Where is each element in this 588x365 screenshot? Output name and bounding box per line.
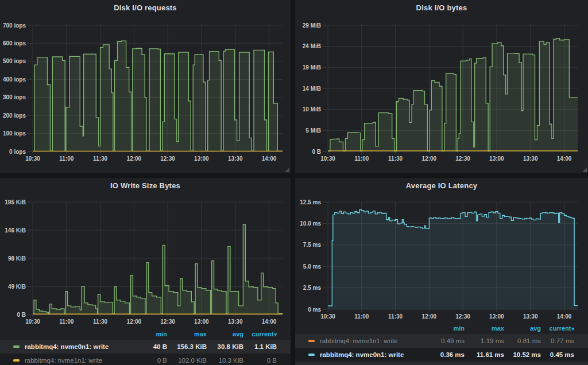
panel-header[interactable]: Average IO Latency (295, 178, 588, 193)
legend-sort-max[interactable]: max (465, 325, 504, 332)
legend-row: rabbitmq4: nvme1n1: write0 B102.0 KiB10.… (0, 354, 291, 365)
sort-desc-icon: ▾ (274, 332, 277, 337)
x-tick-label: 12:30 (160, 156, 175, 162)
panel-disk-io-bytes: Disk I/O bytes 0 B5 MiB10 MiB14 MiB19 Mi… (295, 0, 588, 173)
panel-title[interactable]: Average IO Latency (406, 181, 478, 190)
legend-value-max: 102.0 KiB (167, 357, 207, 364)
x-tick-label: 12:30 (455, 313, 470, 320)
y-tick-label: 100 iops (3, 130, 26, 137)
legend-value-current: 1.1 KiB (243, 343, 277, 350)
legend-value-current: 0.45 ms (541, 351, 574, 358)
legend-value-avg: 10.52 ms (504, 351, 541, 358)
legend-sort-avg[interactable]: avg (207, 331, 243, 337)
y-tick-label: 0 iops (9, 149, 26, 155)
panel-header[interactable]: Disk I/O requests (0, 0, 291, 15)
legend-sort-current[interactable]: current▾ (541, 325, 574, 332)
x-tick-label: 12:30 (160, 319, 175, 325)
legend-sort-max[interactable]: max (167, 331, 207, 337)
legend-value-min: 40 B (127, 343, 167, 350)
x-tick-label: 13:00 (194, 156, 209, 162)
y-tick-label: 5.0 ms (303, 263, 322, 270)
panel-resize-handle-icon[interactable] (582, 168, 587, 172)
chart-disk-io-bytes: 0 B5 MiB10 MiB14 MiB19 MiB24 MiB29 MiB10… (295, 0, 588, 173)
x-tick-label: 11:00 (59, 156, 74, 162)
y-tick-label: 300 iops (3, 94, 26, 100)
x-tick-label: 10:30 (320, 156, 335, 162)
y-tick-label: 0 ms (308, 306, 321, 313)
legend-value-max: 11.61 ms (465, 351, 504, 358)
plot-area[interactable] (33, 25, 283, 152)
panel-title[interactable]: Disk I/O bytes (416, 3, 467, 12)
legend-series-toggle[interactable]: rabbitmq4: nvme0n1: write (0, 343, 127, 350)
plot-area[interactable] (328, 202, 578, 309)
y-tick-label: 195 KiB (5, 199, 26, 205)
legend-row: rabbitmq4: nvme1n1: write0.49 ms1.19 ms0… (295, 334, 588, 348)
y-tick-label: 0 B (17, 312, 26, 318)
chart-canvas: 0 B5 MiB10 MiB14 MiB19 MiB24 MiB29 MiB10… (295, 0, 588, 173)
legend-sort-current[interactable]: current▾ (243, 331, 277, 337)
x-tick-label: 13:30 (228, 319, 243, 325)
panel-title[interactable]: IO Write Size Bytes (110, 181, 180, 190)
legend-series-toggle[interactable]: rabbitmq4: nvme1n1: write (295, 337, 424, 344)
legend-series-toggle[interactable]: rabbitmq4: nvme1n1: write (0, 357, 127, 364)
y-tick-label: 19 MiB (303, 64, 321, 71)
legend-series-swatch-icon[interactable] (308, 340, 315, 342)
x-tick-label: 14:00 (557, 156, 572, 162)
legend-series-swatch-icon[interactable] (308, 354, 315, 356)
dashboard-grid: Disk I/O requests 0 iops100 iops200 iops… (0, 0, 588, 365)
panel-io-write-size-bytes: IO Write Size Bytes 0 B49 KiB98 KiB146 K… (0, 178, 291, 365)
legend-value-max: 1.19 ms (465, 337, 504, 344)
legend-series-swatch-icon[interactable] (13, 345, 20, 348)
plot-area[interactable] (328, 25, 578, 152)
x-tick-label: 12:00 (127, 156, 142, 162)
plot-area[interactable] (33, 202, 283, 314)
y-tick-label: 7.5 ms (303, 242, 322, 248)
legend-series-label[interactable]: rabbitmq4: nvme0n1: write (320, 351, 404, 358)
legend-table: minmaxavgcurrent▾rabbitmq4: nvme0n1: wri… (0, 328, 291, 365)
legend-header-row: minmaxavgcurrent▾ (295, 323, 588, 334)
legend-series-swatch-icon[interactable] (13, 359, 20, 362)
legend-header-row: minmaxavgcurrent▾ (0, 328, 291, 340)
legend-value-current: 0 B (243, 357, 277, 364)
panel-disk-io-requests: Disk I/O requests 0 iops100 iops200 iops… (0, 0, 291, 173)
x-tick-label: 11:30 (388, 313, 403, 320)
x-tick-label: 13:30 (523, 156, 538, 162)
panel-resize-handle-icon[interactable] (285, 168, 289, 172)
x-tick-label: 12:00 (422, 156, 437, 162)
y-tick-label: 49 KiB (8, 284, 26, 290)
x-tick-label: 13:00 (489, 313, 504, 320)
legend-series-label[interactable]: rabbitmq4: nvme0n1: write (25, 343, 109, 350)
y-tick-label: 24 MiB (303, 43, 321, 49)
x-tick-label: 14:00 (262, 156, 277, 162)
y-tick-label: 146 KiB (5, 227, 26, 234)
legend-sort-min[interactable]: min (424, 325, 465, 332)
x-tick-label: 10:30 (320, 313, 335, 320)
legend-series-label[interactable]: rabbitmq4: nvme1n1: write (25, 357, 103, 364)
legend-series-label[interactable]: rabbitmq4: nvme1n1: write (320, 337, 398, 344)
x-tick-label: 11:00 (59, 319, 74, 325)
sort-desc-icon: ▾ (571, 326, 574, 332)
legend-value-avg: 30.8 KiB (207, 343, 243, 350)
legend-value-avg: 10.3 KiB (207, 357, 243, 364)
legend-row: rabbitmq4: nvme0n1: write40 B156.3 KiB30… (0, 340, 291, 354)
legend-series-toggle[interactable]: rabbitmq4: nvme0n1: write (295, 351, 424, 358)
panel-header[interactable]: Disk I/O bytes (295, 0, 588, 15)
chart-canvas: 0 iops100 iops200 iops300 iops400 iops50… (0, 0, 291, 173)
legend-value-max: 156.3 KiB (167, 343, 207, 350)
y-tick-label: 2.5 ms (303, 285, 322, 291)
x-tick-label: 11:30 (388, 156, 403, 162)
x-tick-label: 12:00 (127, 319, 142, 325)
x-tick-label: 10:30 (25, 319, 40, 325)
legend-sort-avg[interactable]: avg (504, 325, 541, 332)
panel-header[interactable]: IO Write Size Bytes (0, 178, 291, 193)
panel-title[interactable]: Disk I/O requests (114, 3, 177, 12)
legend-sort-min[interactable]: min (127, 331, 167, 337)
legend-table: minmaxavgcurrent▾rabbitmq4: nvme1n1: wri… (295, 323, 588, 365)
legend-row-stripe (295, 362, 588, 365)
x-tick-label: 12:30 (455, 156, 470, 162)
x-tick-label: 11:00 (354, 313, 369, 320)
chart-disk-io-requests: 0 iops100 iops200 iops300 iops400 iops50… (0, 0, 291, 173)
y-tick-label: 10 MiB (303, 106, 321, 112)
x-tick-label: 10:30 (25, 156, 40, 162)
x-tick-label: 11:30 (93, 156, 107, 162)
